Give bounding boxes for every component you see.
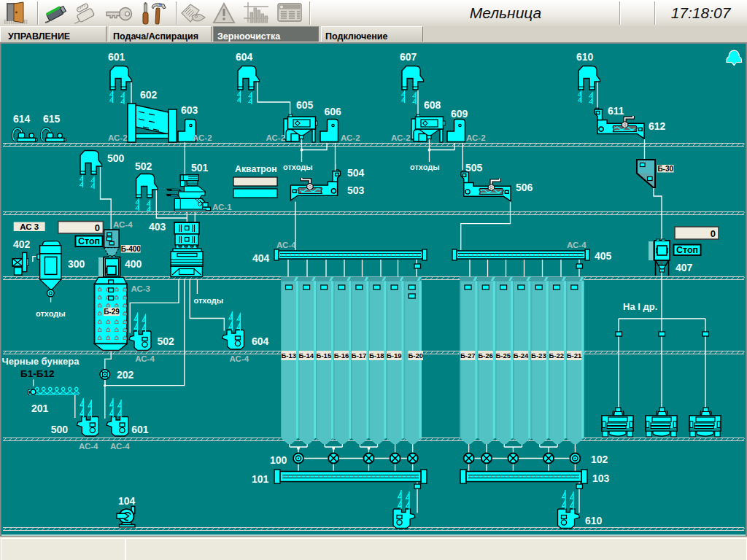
svg-text:402: 402 — [13, 238, 31, 250]
svg-text:АС-2: АС-2 — [391, 133, 411, 142]
svg-text:500: 500 — [107, 152, 125, 164]
svg-text:АС-4: АС-4 — [110, 442, 130, 451]
svg-text:АС-4: АС-4 — [567, 241, 587, 249]
svg-text:АС-2: АС-2 — [193, 133, 212, 142]
svg-text:АС 3: АС 3 — [20, 222, 39, 231]
svg-text:610: 610 — [585, 515, 603, 526]
svg-text:АС-2: АС-2 — [266, 133, 286, 142]
svg-text:0: 0 — [711, 228, 716, 239]
svg-text:606: 606 — [325, 106, 342, 117]
svg-text:Б-18: Б-18 — [369, 351, 384, 359]
svg-text:Б-14: Б-14 — [299, 351, 314, 359]
svg-text:609: 609 — [451, 108, 468, 120]
svg-text:504: 504 — [347, 167, 365, 179]
svg-text:Б-21: Б-21 — [567, 351, 582, 359]
svg-text:100: 100 — [270, 454, 287, 466]
svg-text:403: 403 — [149, 221, 166, 233]
svg-text:404: 404 — [252, 252, 270, 264]
svg-text:АС-1: АС-1 — [212, 203, 232, 211]
svg-text:300: 300 — [68, 258, 85, 270]
svg-text:610: 610 — [576, 51, 594, 63]
svg-text:Б-13: Б-13 — [281, 351, 296, 359]
svg-text:103: 103 — [592, 472, 610, 484]
svg-text:602: 602 — [140, 89, 158, 101]
svg-text:АС-4: АС-4 — [230, 354, 249, 363]
svg-text:104: 104 — [118, 495, 136, 507]
svg-text:Б-25: Б-25 — [496, 351, 511, 359]
svg-text:Б-15: Б-15 — [317, 351, 332, 359]
svg-text:612: 612 — [649, 120, 666, 132]
svg-text:604: 604 — [252, 335, 269, 347]
svg-text:АС-4: АС-4 — [276, 241, 296, 249]
svg-text:АС-4: АС-4 — [79, 442, 98, 451]
svg-text:Б-23: Б-23 — [531, 351, 546, 359]
svg-text:АС-4: АС-4 — [135, 354, 155, 363]
svg-text:604: 604 — [236, 51, 253, 63]
svg-text:506: 506 — [516, 182, 533, 193]
svg-text:На I др.: На I др. — [623, 301, 657, 312]
svg-text:201: 201 — [31, 402, 49, 414]
svg-text:Б-27: Б-27 — [460, 351, 476, 359]
svg-text:Б-26: Б-26 — [478, 351, 493, 359]
svg-text:Б-400: Б-400 — [121, 245, 142, 253]
svg-text:405: 405 — [595, 250, 612, 262]
svg-text:101: 101 — [252, 473, 269, 485]
svg-text:502: 502 — [135, 160, 152, 172]
svg-text:502: 502 — [157, 335, 174, 347]
svg-text:Б-24: Б-24 — [514, 351, 529, 359]
svg-text:608: 608 — [424, 99, 441, 111]
svg-text:407: 407 — [676, 262, 693, 273]
svg-text:Б-22: Б-22 — [549, 351, 564, 359]
svg-text:Б-29: Б-29 — [104, 308, 120, 316]
svg-text:АС-2: АС-2 — [341, 133, 360, 142]
svg-text:Б1-Б12: Б1-Б12 — [20, 368, 54, 379]
svg-text:Б-16: Б-16 — [334, 351, 349, 359]
svg-text:отходы: отходы — [283, 163, 313, 171]
svg-text:АС-4: АС-4 — [113, 220, 133, 229]
svg-text:603: 603 — [181, 104, 198, 116]
svg-text:0: 0 — [95, 222, 100, 233]
svg-text:615: 615 — [43, 113, 61, 125]
svg-text:Б-20: Б-20 — [408, 351, 423, 359]
svg-text:Черные бункера: Черные бункера — [2, 356, 80, 367]
svg-text:601: 601 — [108, 51, 125, 63]
svg-text:505: 505 — [465, 162, 483, 174]
svg-text:Б-17: Б-17 — [352, 351, 367, 359]
svg-text:АС-3: АС-3 — [131, 284, 150, 293]
svg-text:Акватрон: Акватрон — [235, 164, 277, 174]
svg-text:отходы: отходы — [410, 163, 440, 171]
svg-text:102: 102 — [591, 454, 608, 465]
svg-text:Стоп: Стоп — [78, 236, 100, 246]
svg-text:Стоп: Стоп — [676, 245, 698, 255]
svg-text:611: 611 — [608, 105, 624, 117]
svg-text:501: 501 — [191, 162, 209, 174]
svg-text:500: 500 — [51, 424, 69, 435]
svg-text:Б-19: Б-19 — [387, 351, 402, 359]
svg-text:202: 202 — [117, 369, 134, 381]
svg-text:Б-30: Б-30 — [657, 165, 673, 173]
svg-text:400: 400 — [125, 258, 142, 270]
svg-text:АС-2: АС-2 — [108, 133, 128, 142]
svg-text:614: 614 — [13, 113, 31, 125]
svg-text:503: 503 — [347, 184, 365, 196]
svg-text:АС-2: АС-2 — [466, 133, 486, 142]
svg-text:601: 601 — [131, 424, 149, 435]
svg-text:605: 605 — [296, 99, 314, 111]
svg-text:отходы: отходы — [36, 309, 66, 318]
svg-text:отходы: отходы — [194, 296, 224, 305]
svg-text:607: 607 — [400, 51, 417, 63]
